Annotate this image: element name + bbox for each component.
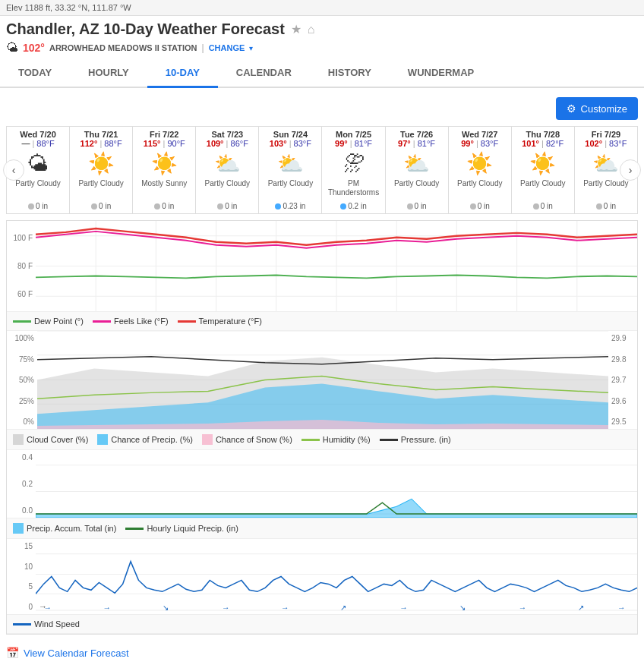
tab-hourly[interactable]: HOURLY <box>70 59 147 88</box>
y-50pct: 50% <box>10 376 34 384</box>
feelslike-color <box>93 320 111 323</box>
humidity-color <box>301 439 320 441</box>
day-desc-8: Partly Cloudy <box>513 179 573 200</box>
forecast-wrapper: ‹ Wed 7/20 — | 88°F 🌤 Partly Cloudy 0 in… <box>6 126 638 214</box>
hourly-liquid-label: Hourly Liquid Precip. (in) <box>147 524 238 533</box>
dewpoint-color <box>13 320 31 323</box>
svg-text:→: → <box>103 603 111 612</box>
dropdown-arrow-icon[interactable]: ▾ <box>249 44 253 52</box>
y-label-100: 100 F <box>10 234 33 242</box>
pressure-color <box>380 439 398 441</box>
legend-snow: Chance of Snow (%) <box>202 434 292 445</box>
snow-color <box>202 434 213 445</box>
y-295: 29.5 <box>611 417 634 426</box>
svg-text:↘: ↘ <box>459 603 466 612</box>
forecast-day-8[interactable]: Thu 7/28 101° | 82°F ☀️ Partly Cloudy 0 … <box>512 127 575 213</box>
day-icon-1: ☀️ <box>71 151 131 176</box>
tab-today[interactable]: TODAY <box>0 59 70 88</box>
legend-temperature: Temperature (°F) <box>178 317 262 326</box>
cloud-label: Cloud Cover (%) <box>27 435 88 444</box>
forecast-day-6[interactable]: Tue 7/26 97° | 81°F ⛅ Partly Cloudy 0 in <box>386 127 449 213</box>
wind-arrow-label: → <box>39 602 47 611</box>
precip-dot-0 <box>28 203 34 210</box>
day-temps-4: 103° | 83°F <box>260 139 320 148</box>
home-icon[interactable]: ⌂ <box>308 23 315 36</box>
day-label-8: Thu 7/28 <box>513 130 573 139</box>
forecast-day-3[interactable]: Sat 7/23 109° | 86°F ⛅ Partly Cloudy 0 i… <box>196 127 259 213</box>
day-label-7: Wed 7/27 <box>450 130 510 139</box>
elevation-text: Elev 1188 ft, 33.32 °N, 111.87 °W <box>6 3 131 12</box>
legend-cloud: Cloud Cover (%) <box>13 434 88 445</box>
day-icon-3: ⛅ <box>197 151 257 176</box>
y-15: 15 <box>10 542 33 550</box>
station-bar: 🌤 102° ARROWHEAD MEADOWS II STATION | CH… <box>0 39 644 59</box>
y-0pct: 0% <box>10 417 34 426</box>
y-25pct: 25% <box>10 397 34 405</box>
svg-text:→: → <box>519 603 526 612</box>
pressure-label: Pressure. (in) <box>401 435 451 444</box>
day-temps-9: 102° | 83°F <box>576 139 636 148</box>
y-02: 0.2 <box>10 480 33 488</box>
tab-calendar[interactable]: CALENDAR <box>218 59 310 88</box>
day-label-1: Thu 7/21 <box>71 130 131 139</box>
snow-label: Chance of Snow (%) <box>216 435 292 444</box>
forecast-day-1[interactable]: Thu 7/21 112° | 88°F ☀️ Partly Cloudy 0 … <box>70 127 133 213</box>
forecast-day-2[interactable]: Fri 7/22 115° | 90°F ☀️ Mostly Sunny 0 i… <box>133 127 196 213</box>
y-75pct: 75% <box>10 355 34 364</box>
y-297: 29.7 <box>611 376 634 384</box>
title-bar: Chandler, AZ 10-Day Weather Forecast ★ ⌂ <box>0 16 644 39</box>
legend-pressure: Pressure. (in) <box>380 434 451 445</box>
star-icon[interactable]: ★ <box>291 22 301 36</box>
y-00: 0.0 <box>10 506 33 515</box>
day-desc-4: Partly Cloudy <box>260 179 320 200</box>
day-desc-7: Partly Cloudy <box>450 179 510 200</box>
hourly-liquid-color <box>125 528 144 530</box>
day-temps-3: 109° | 86°F <box>197 139 257 148</box>
forecast-day-4[interactable]: Sun 7/24 103° | 83°F ⛅ Partly Cloudy 0.2… <box>259 127 322 213</box>
wind-chart-area: 15 10 5 0 → → ↘ → → ↗ → ↘ → <box>7 539 637 615</box>
forecast-day-7[interactable]: Wed 7/27 99° | 83°F ☀️ Partly Cloudy 0 i… <box>449 127 512 213</box>
view-calendar-link[interactable]: View Calendar Forecast <box>24 648 129 659</box>
content-area: ⚙ Customize ‹ Wed 7/20 — | 88°F 🌤 Partly… <box>0 88 644 641</box>
precip-chart-y-right: 29.9 29.8 29.7 29.6 29.5 <box>608 331 637 429</box>
day-temps-1: 112° | 88°F <box>71 139 131 148</box>
tab-10day[interactable]: 10-DAY <box>147 59 218 88</box>
day-icon-7: ☀️ <box>450 151 510 176</box>
wind-label: Wind Speed <box>34 619 80 629</box>
y-label-60: 60 F <box>10 290 33 298</box>
precip-val-5: 0.2 in <box>348 202 366 210</box>
precip-val-2: 0 in <box>162 202 174 210</box>
forecast-day-5[interactable]: Mon 7/25 99° | 81°F ⛈ PM Thunderstorms 0… <box>322 127 385 213</box>
day-desc-0: Partly Cloudy <box>8 179 68 200</box>
left-arrow-btn[interactable]: ‹ <box>3 159 24 181</box>
temperature-color <box>178 320 196 323</box>
day-label-6: Tue 7/26 <box>387 130 447 139</box>
day-desc-6: Partly Cloudy <box>387 179 447 200</box>
y-10: 10 <box>10 562 33 571</box>
precip-color <box>97 434 108 445</box>
change-link[interactable]: CHANGE <box>209 43 245 52</box>
customize-button[interactable]: ⚙ Customize <box>556 97 638 120</box>
day-label-3: Sat 7/23 <box>197 130 257 139</box>
precip-val-8: 0 in <box>541 202 553 210</box>
day-precip-1: 0 in <box>71 202 131 210</box>
elevation-bar: Elev 1188 ft, 33.32 °N, 111.87 °W <box>0 0 644 16</box>
precip-val-3: 0 in <box>225 202 237 210</box>
weather-icon-small: 🌤 <box>6 41 18 55</box>
wind-chart-svg: → → ↘ → → ↗ → ↘ → ↗ → <box>36 539 637 614</box>
precip-chart-legend: Cloud Cover (%) Chance of Precip. (%) Ch… <box>7 430 637 450</box>
customize-label: Customize <box>581 103 627 115</box>
tab-wundermap[interactable]: WUNDERMAP <box>390 59 492 88</box>
tab-history[interactable]: HISTORY <box>310 59 390 88</box>
legend-accum: Precip. Accum. Total (in) <box>13 523 116 534</box>
svg-text:→: → <box>222 603 229 612</box>
precip-chart-svg <box>37 331 608 429</box>
precip-val-6: 0 in <box>415 202 427 210</box>
day-temps-5: 99° | 81°F <box>324 139 383 148</box>
wind-chart-y-axis: 15 10 5 0 <box>7 539 36 614</box>
right-arrow-btn[interactable]: › <box>620 159 641 181</box>
day-precip-0: 0 in <box>8 202 68 210</box>
precip-val-4: 0.23 in <box>283 202 305 210</box>
legend-humidity: Humidity (%) <box>301 434 371 445</box>
temp-chart-legend: Dew Point (°) Feels Like (°F) Temperatur… <box>7 312 637 331</box>
